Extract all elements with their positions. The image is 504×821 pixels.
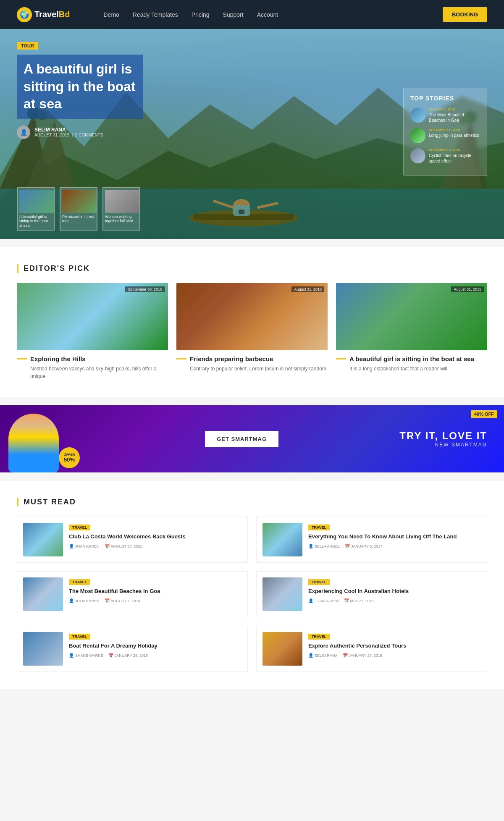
- editor-card-2[interactable]: August 31, 2015 Friends preparing barbec…: [176, 283, 328, 380]
- mr-author-6: 👤SELIM RANA: [308, 653, 338, 658]
- nav-support[interactable]: Support: [223, 11, 244, 18]
- mr-img-4: [262, 577, 302, 611]
- mr-img-6: [262, 632, 302, 666]
- tour-badge: TOUR: [17, 42, 38, 50]
- mr-badge-4: TRAVEL: [308, 579, 330, 585]
- nav-account[interactable]: Account: [257, 11, 278, 18]
- promo-banner: 40% OFF OFFER 50% GET SMARTMAG TRY IT, L…: [0, 405, 504, 472]
- must-read-grid: TRAVEL Club La Costa World Welcomes Back…: [17, 517, 487, 672]
- mr-img-5: [23, 632, 63, 666]
- mr-badge-2: TRAVEL: [308, 525, 330, 530]
- card-desc-1: Nestled between valleys and sky-high pea…: [17, 365, 168, 380]
- author-name: SELIM RANA: [34, 127, 103, 133]
- hero-thumb-3[interactable]: Women walking together full shot: [102, 187, 140, 231]
- mr-author-5: 👤SHANE WARNE: [69, 653, 103, 658]
- must-read-card-6[interactable]: TRAVEL Explore Authentic Personalized To…: [256, 626, 487, 672]
- mr-date-4: 📅MAY 27, 2016: [344, 598, 374, 603]
- thumb-label-1: A beautiful girl is sitting in the boat …: [19, 215, 52, 228]
- mr-content-2: TRAVEL Everything You Need To Know About…: [308, 523, 481, 556]
- story-thumb-2: [410, 128, 425, 143]
- hero-thumb-1[interactable]: A beautiful girl is sitting in the boat …: [17, 187, 55, 231]
- hero-title: A beautiful girl is sitting in the boat …: [17, 55, 143, 119]
- mr-img-2: [262, 523, 302, 556]
- mr-meta-1: 👤JOAN KAREN 📅AUGUST 23, 2021: [69, 544, 242, 548]
- logo[interactable]: 🌍 TravelBd: [17, 7, 70, 22]
- thumb-label-3: Women walking together full shot: [105, 215, 138, 224]
- editor-card-3[interactable]: August 31, 2015 A beautiful girl is sitt…: [336, 283, 487, 380]
- card-title-line-3: [336, 358, 346, 359]
- story-item-1[interactable]: AUGUST 1, 2016 The Most Beautiful Beache…: [410, 108, 480, 123]
- mr-author-3: 👤JULIA KAREN: [69, 598, 100, 603]
- card-title-2: Friends preparing barbecue: [190, 355, 273, 362]
- mr-badge-1: TRAVEL: [69, 525, 90, 530]
- mr-title-5: Boat Rental For A Dreamy Holiday: [69, 642, 242, 650]
- gap-2: [0, 397, 504, 405]
- must-read-card-1[interactable]: TRAVEL Club La Costa World Welcomes Back…: [17, 517, 248, 563]
- mr-title-6: Explore Authentic Personalized Tours: [308, 642, 481, 650]
- must-read-card-5[interactable]: TRAVEL Boat Rental For A Dreamy Holiday …: [17, 626, 248, 672]
- story-title-1: The Most Beautiful Beaches In Goa: [429, 112, 480, 123]
- nav-ready-templates[interactable]: Ready Templates: [133, 11, 178, 18]
- nav-pricing[interactable]: Pricing: [192, 11, 210, 18]
- card-title-line-1: [17, 358, 27, 359]
- mr-content-5: TRAVEL Boat Rental For A Dreamy Holiday …: [69, 632, 242, 666]
- top-stories-title: TOP STORIES: [410, 95, 480, 102]
- nav-links: Demo Ready Templates Pricing Support Acc…: [104, 11, 443, 18]
- story-thumb-3: [410, 148, 425, 163]
- story-item-2[interactable]: DECEMBER 5, 2020 Long jump in para athle…: [410, 128, 480, 143]
- mr-author-4: 👤JOAN KAREN: [308, 598, 339, 603]
- promo-off-badge: 40% OFF: [471, 410, 497, 418]
- story-thumb-1: [410, 108, 425, 123]
- navbar: 🌍 TravelBd Demo Ready Templates Pricing …: [0, 0, 504, 29]
- mr-title-3: The Most Beautiful Beaches In Goa: [69, 588, 242, 595]
- must-read-card-3[interactable]: TRAVEL The Most Beautiful Beaches In Goa…: [17, 571, 248, 617]
- card-desc-2: Contrary to popular belief, Lorem Ipsum …: [176, 365, 328, 372]
- booking-button[interactable]: BOOKING: [443, 7, 487, 22]
- thumb-img-3: [105, 190, 139, 213]
- author-meta: AUGUST 31, 2015 | 0 COMMENTS: [34, 133, 103, 137]
- editor-card-date-2: August 31, 2015: [291, 286, 324, 292]
- author-info: SELIM RANA AUGUST 31, 2015 | 0 COMMENTS: [34, 127, 103, 137]
- editor-img-bg-2: [176, 283, 328, 350]
- editor-card-date-1: September 30, 2015: [125, 286, 165, 292]
- promo-tagline: TRY IT, LOVE IT: [399, 430, 487, 442]
- mr-author-2: 👤BELLA ANGEL: [308, 544, 340, 548]
- must-read-title: MUST READ: [17, 498, 487, 506]
- story-info-1: AUGUST 1, 2016 The Most Beautiful Beache…: [429, 108, 480, 123]
- hero-thumbnails: A beautiful girl is sitting in the boat …: [17, 187, 140, 231]
- nav-demo[interactable]: Demo: [104, 11, 119, 18]
- story-item-3[interactable]: DECEMBER 8, 2020 Cyclist rides on bicycl…: [410, 148, 480, 164]
- thumb-label-2: Pik wizard in forest map: [62, 215, 95, 224]
- must-read-card-2[interactable]: TRAVEL Everything You Need To Know About…: [256, 517, 487, 563]
- logo-icon: 🌍: [17, 7, 32, 22]
- promo-person: [8, 414, 59, 472]
- mr-meta-6: 👤SELIM RANA 📅JANUARY 28, 2016: [308, 653, 481, 658]
- get-smartmag-button[interactable]: GET SMARTMAG: [205, 431, 278, 447]
- must-read-section: MUST READ TRAVEL Club La Costa World Wel…: [0, 481, 504, 689]
- card-title-bar-2: Friends preparing barbecue: [176, 355, 328, 362]
- hero-thumb-2[interactable]: Pik wizard in forest map: [60, 187, 97, 231]
- story-date-3: DECEMBER 8, 2020: [429, 148, 480, 152]
- editors-pick-section: EDITOR'S PICK September 30, 2015 Explori…: [0, 247, 504, 397]
- must-read-card-4[interactable]: TRAVEL Experiencing Cool In Australian H…: [256, 571, 487, 617]
- editor-img-bg-1: [17, 283, 168, 350]
- gap-3: [0, 472, 504, 481]
- editor-card-img-3: August 31, 2015: [336, 283, 487, 350]
- mr-meta-5: 👤SHANE WARNE 📅JANUARY 28, 2016: [69, 653, 242, 658]
- mr-img-1: [23, 523, 63, 556]
- mr-date-3: 📅AUGUST 1, 2016: [105, 598, 140, 603]
- mr-title-4: Experiencing Cool In Australian Hotels: [308, 588, 481, 595]
- card-title-1: Exploring the Hills: [30, 355, 86, 362]
- story-title-3: Cyclist rides on bicycle speed effect: [429, 153, 480, 164]
- editor-card-1[interactable]: September 30, 2015 Exploring the Hills N…: [17, 283, 168, 380]
- mr-meta-3: 👤JULIA KAREN 📅AUGUST 1, 2016: [69, 598, 242, 603]
- mr-content-1: TRAVEL Club La Costa World Welcomes Back…: [69, 523, 242, 556]
- promo-right: TRY IT, LOVE IT NEW SMARTMAG: [399, 430, 504, 448]
- story-info-3: DECEMBER 8, 2020 Cyclist rides on bicycl…: [429, 148, 480, 164]
- mr-date-5: 📅JANUARY 28, 2016: [108, 653, 148, 658]
- thumb-img-2: [62, 190, 97, 213]
- story-date-2: DECEMBER 5, 2020: [429, 128, 479, 132]
- editor-card-date-3: August 31, 2015: [451, 286, 484, 292]
- mr-author-1: 👤JOAN KAREN: [69, 544, 100, 548]
- editor-img-bg-3: [336, 283, 487, 350]
